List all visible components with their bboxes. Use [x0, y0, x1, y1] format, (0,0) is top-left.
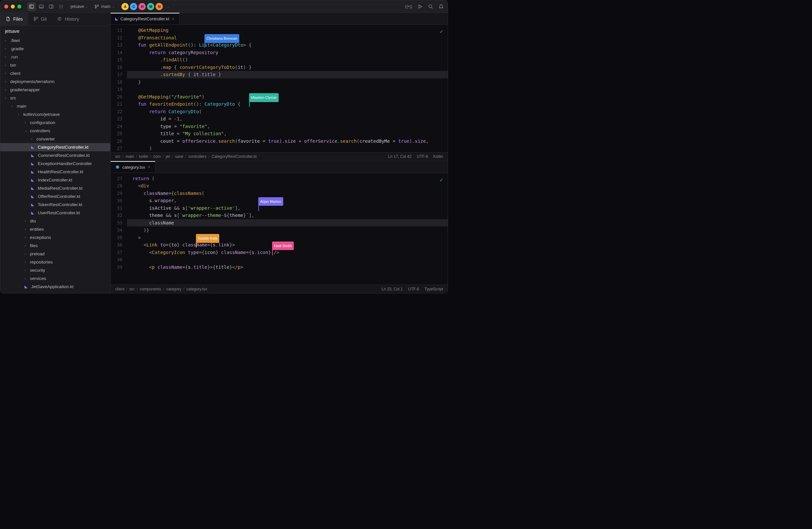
tree-item[interactable]: ›gradle/wrapper	[0, 86, 110, 94]
avatar[interactable]: A	[121, 3, 129, 10]
close-icon[interactable]: ×	[172, 16, 175, 22]
svg-point-15	[95, 4, 97, 6]
tree-item[interactable]: ›.gradle	[0, 45, 110, 53]
tree-item[interactable]: ◣CommentRestController.kt	[0, 151, 110, 160]
tab-git[interactable]: Git	[28, 13, 52, 26]
chevron-icon: ›	[25, 244, 28, 247]
tree-item[interactable]: ›deployments/terraform	[0, 77, 110, 86]
tree-item[interactable]: ›.fleet	[0, 36, 110, 45]
tree-item-label: exceptions	[30, 235, 51, 240]
panel-bottom-icon[interactable]	[37, 2, 46, 11]
chevron-icon: ›	[5, 88, 8, 91]
svg-point-12	[59, 8, 60, 8]
tree-item-label: .gradle	[10, 46, 24, 51]
tree-item[interactable]: ◣IndexController.kt	[0, 176, 110, 184]
language[interactable]: TypeScript	[424, 287, 443, 291]
tree-item[interactable]: ◣HealthRestController.kt	[0, 168, 110, 176]
ide-window: jetsave ⌄ main ⌄ ACHMN ⌄ ((•)) Files	[0, 0, 448, 293]
search-icon[interactable]	[428, 4, 433, 9]
collaborator-cursor: Christiana Brennan	[204, 34, 239, 43]
broadcast-icon[interactable]: ((•))	[405, 4, 412, 9]
tree-item[interactable]: ›security	[0, 266, 110, 274]
tree-item[interactable]: ◣ExceptionHandlerController	[0, 160, 110, 168]
editor-tab[interactable]: category.tsx ×	[111, 161, 155, 173]
avatar[interactable]: H	[139, 3, 146, 10]
tree-item[interactable]: ›preload	[0, 250, 110, 258]
tree-item[interactable]: ◣TokenRestController.kt	[0, 201, 110, 209]
tree-item[interactable]: ◣JetSaveApplication.kt	[0, 282, 110, 291]
svg-rect-4	[49, 5, 53, 8]
tree-item[interactable]: ›services	[0, 274, 110, 282]
chevron-icon: ⌄	[25, 129, 28, 133]
code-content[interactable]: return ( <div className={classNames( s.w…	[127, 173, 448, 285]
panel-left-icon[interactable]	[27, 2, 36, 11]
minimize-window[interactable]	[11, 4, 15, 9]
svg-line-19	[432, 8, 433, 9]
tree-item[interactable]: ›bin	[0, 61, 110, 69]
run-icon[interactable]	[418, 4, 423, 9]
encoding[interactable]: UTF-8	[408, 287, 419, 291]
tree-item-label: client	[10, 71, 21, 76]
tree-item[interactable]: ›src	[0, 94, 110, 102]
tree-item[interactable]: ›converter	[0, 135, 110, 143]
tree-item[interactable]: ›.run	[0, 53, 110, 61]
maximize-window[interactable]	[17, 4, 21, 9]
avatar[interactable]: N	[156, 3, 163, 10]
project-root[interactable]: jetsave	[0, 26, 110, 36]
chevron-down-icon[interactable]: ⌄	[167, 4, 169, 8]
tree-item[interactable]: ◣MediaRestController.kt	[0, 184, 110, 192]
tab-history[interactable]: History	[52, 13, 84, 26]
tree-item-label: .run	[10, 55, 18, 59]
tree-item[interactable]: ◣CategoryRestController.kt	[0, 143, 110, 151]
project-selector[interactable]: jetsave ⌄	[71, 4, 88, 9]
svg-point-10	[61, 6, 61, 7]
kotlin-icon: ◣	[31, 178, 36, 182]
kotlin-icon: ◣	[31, 161, 36, 166]
code-editor[interactable]: ✓ 27282930313233343536373839 return ( <d…	[111, 173, 448, 285]
chevron-icon: ›	[25, 121, 28, 124]
tab-label: CategoryRestController.kt	[120, 16, 169, 21]
tree-item[interactable]: ⌄controllers	[0, 127, 110, 135]
language[interactable]: Kotlin	[433, 154, 443, 159]
code-editor[interactable]: ✓ 1112131415161718192021222324252627 @Ge…	[111, 25, 448, 152]
tree-item[interactable]: ◣UserRestController.kt	[0, 209, 110, 217]
tree-item[interactable]: ›dto	[0, 217, 110, 225]
tree-item[interactable]: ›main	[0, 102, 110, 110]
tree-item[interactable]: ›client	[0, 69, 110, 77]
panel-right-icon[interactable]	[47, 2, 56, 11]
tree-item[interactable]: ◣OfferRestController.kt	[0, 192, 110, 201]
status-bar: src/main/kotlin/com/jet/save/controllers…	[111, 152, 448, 161]
tree-item-label: files	[30, 243, 38, 248]
avatar[interactable]: C	[130, 3, 137, 10]
tab-label: Git	[41, 16, 47, 22]
file-tree: ›.fleet›.gradle›.run›bin›client›deployme…	[0, 36, 110, 293]
tab-label: category.tsx	[122, 165, 145, 170]
tree-item[interactable]: ›configuration	[0, 118, 110, 127]
encoding[interactable]: UTF-8	[417, 154, 428, 159]
tree-item[interactable]: ›exceptions	[0, 233, 110, 241]
close-icon[interactable]: ×	[148, 164, 150, 170]
gutter: 1112131415161718192021222324252627	[111, 25, 127, 152]
chevron-icon: ›	[5, 63, 8, 67]
avatar[interactable]: M	[147, 3, 154, 10]
tree-item[interactable]: ›repositories	[0, 258, 110, 266]
tab-files[interactable]: Files	[0, 13, 28, 26]
breadcrumb[interactable]: client/src/components/category/category.…	[115, 287, 207, 291]
close-window[interactable]	[4, 4, 8, 9]
cursor-position[interactable]: Ln 17, Col 42	[388, 154, 411, 159]
svg-rect-0	[30, 5, 33, 8]
tree-item[interactable]: ›files	[0, 241, 110, 250]
editor-tab[interactable]: ◣ CategoryRestController.kt ×	[111, 13, 179, 24]
grid-icon[interactable]	[57, 2, 65, 11]
chevron-icon: ›	[25, 236, 28, 239]
git-icon	[33, 16, 39, 21]
cursor-position[interactable]: Ln 33, Col 1	[382, 287, 403, 291]
tree-item[interactable]: ›entities	[0, 225, 110, 233]
code-content[interactable]: @GetMapping @Transactional fun getAllEnd…	[127, 25, 448, 152]
breadcrumb[interactable]: src/main/kotlin/com/jet/save/controllers…	[115, 154, 257, 159]
tree-item[interactable]: ›kotlin/com/jet/save	[0, 110, 110, 118]
bell-icon[interactable]	[438, 4, 444, 9]
branch-selector[interactable]: main ⌄	[95, 4, 115, 9]
tree-item-label: .fleet	[10, 38, 20, 43]
svg-point-16	[98, 4, 99, 6]
